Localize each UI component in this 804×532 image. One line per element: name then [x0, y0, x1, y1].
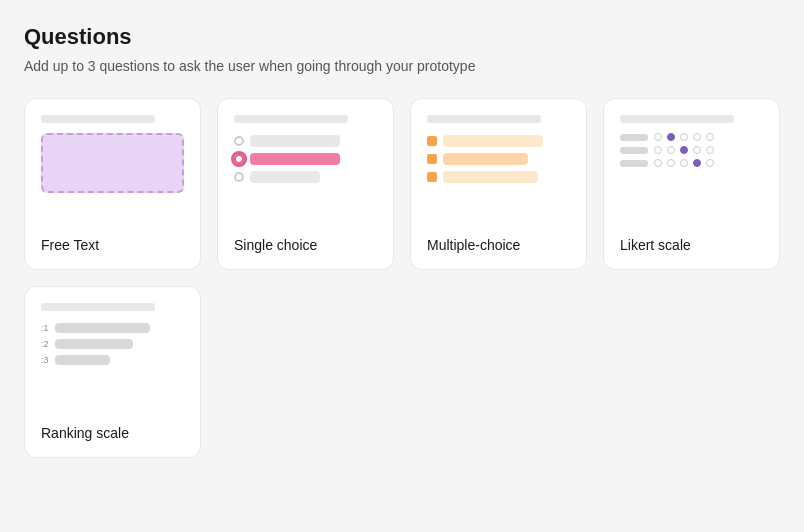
- sc-bar-3: [250, 171, 320, 183]
- single-choice-preview: [234, 115, 377, 225]
- sc-bar-1: [250, 135, 340, 147]
- cards-row-1: Free Text Single choice: [24, 98, 780, 270]
- ls-row-1: [620, 133, 763, 141]
- empty-slot-3: [603, 286, 780, 458]
- mc-checkbox-1: [427, 136, 437, 146]
- free-text-preview: [41, 115, 184, 225]
- likert-scale-card[interactable]: Likert scale: [603, 98, 780, 270]
- ls-dot: [654, 133, 662, 141]
- sc-radio-1: [234, 136, 244, 146]
- sc-option-1: [234, 135, 377, 147]
- ls-dot: [654, 146, 662, 154]
- rs-top-bar: [41, 303, 155, 311]
- ls-dots-1: [654, 133, 714, 141]
- rs-num-3: :3: [41, 355, 55, 365]
- ls-dot: [667, 146, 675, 154]
- ls-dot: [693, 146, 701, 154]
- ls-dot: [706, 159, 714, 167]
- mc-option-3: [427, 171, 570, 183]
- multiple-choice-card[interactable]: Multiple-choice: [410, 98, 587, 270]
- ls-dot-filled: [667, 133, 675, 141]
- mc-bar-2: [443, 153, 528, 165]
- multiple-choice-label: Multiple-choice: [427, 237, 520, 253]
- mc-option-2: [427, 153, 570, 165]
- mc-top-bar: [427, 115, 541, 123]
- single-choice-card[interactable]: Single choice: [217, 98, 394, 270]
- single-choice-label: Single choice: [234, 237, 317, 253]
- rs-bar-3: [55, 355, 110, 365]
- likert-scale-preview: [620, 115, 763, 225]
- ls-top-bar: [620, 115, 734, 123]
- ls-label-bar-1: [620, 134, 648, 141]
- ls-dot: [680, 159, 688, 167]
- sc-radio-3: [234, 172, 244, 182]
- ls-dot: [667, 159, 675, 167]
- rs-item-1: :1: [41, 323, 184, 333]
- ls-dot: [680, 133, 688, 141]
- mc-checkbox-3: [427, 172, 437, 182]
- page-title: Questions: [24, 24, 780, 50]
- cards-row-2: :1 :2 :3 Ranking scale: [24, 286, 780, 458]
- likert-scale-label: Likert scale: [620, 237, 691, 253]
- ls-label-bar-3: [620, 160, 648, 167]
- rs-item-2: :2: [41, 339, 184, 349]
- mc-option-1: [427, 135, 570, 147]
- sc-option-2: [234, 153, 377, 165]
- ls-row-2: [620, 146, 763, 154]
- ls-dot-filled: [693, 159, 701, 167]
- ls-dot: [706, 146, 714, 154]
- sc-top-bar: [234, 115, 348, 123]
- ls-dot: [654, 159, 662, 167]
- ranking-scale-card[interactable]: :1 :2 :3 Ranking scale: [24, 286, 201, 458]
- rs-num-2: :2: [41, 339, 55, 349]
- page-subtitle: Add up to 3 questions to ask the user wh…: [24, 58, 780, 74]
- mc-bar-3: [443, 171, 538, 183]
- sc-option-3: [234, 171, 377, 183]
- free-text-label: Free Text: [41, 237, 99, 253]
- ft-box: [41, 133, 184, 193]
- multiple-choice-preview: [427, 115, 570, 225]
- ls-dot: [693, 133, 701, 141]
- mc-checkbox-2: [427, 154, 437, 164]
- ranking-scale-label: Ranking scale: [41, 425, 129, 441]
- ft-top-bar: [41, 115, 155, 123]
- sc-radio-2: [234, 154, 244, 164]
- ls-dots-3: [654, 159, 714, 167]
- free-text-card[interactable]: Free Text: [24, 98, 201, 270]
- rs-bar-2: [55, 339, 133, 349]
- mc-bar-1: [443, 135, 543, 147]
- rs-num-1: :1: [41, 323, 55, 333]
- rs-item-3: :3: [41, 355, 184, 365]
- sc-bar-2: [250, 153, 340, 165]
- ls-dot: [706, 133, 714, 141]
- ls-label-bar-2: [620, 147, 648, 154]
- ls-dot-filled: [680, 146, 688, 154]
- rs-bar-1: [55, 323, 150, 333]
- empty-slot-2: [410, 286, 587, 458]
- ls-row-3: [620, 159, 763, 167]
- empty-slot-1: [217, 286, 394, 458]
- ls-dots-2: [654, 146, 714, 154]
- ranking-scale-preview: :1 :2 :3: [41, 303, 184, 413]
